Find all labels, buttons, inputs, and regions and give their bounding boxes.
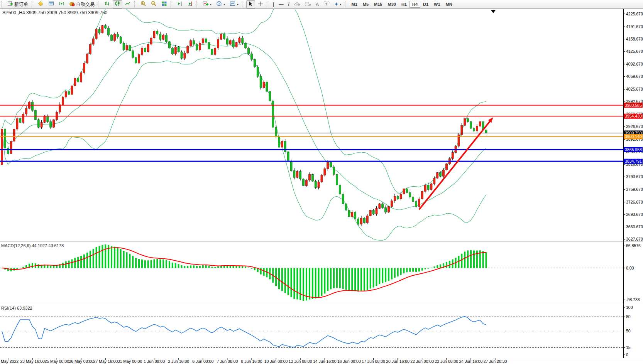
toolbar-grip: [242, 1, 245, 7]
template-icon: [230, 1, 235, 8]
zoom-out-icon: [151, 1, 157, 8]
text-icon: A: [316, 2, 319, 7]
candlestick-chart-button[interactable]: [113, 0, 122, 8]
new-order-label: 新订单: [14, 1, 28, 8]
chevron-down-icon: ▾: [340, 3, 341, 6]
timeframe-m1[interactable]: M1: [349, 1, 360, 8]
algo-trading-button[interactable]: 自动交易: [67, 0, 96, 8]
text-button[interactable]: A: [314, 0, 321, 8]
toolbar-grip: [98, 1, 101, 7]
equidistant-channel-icon: E: [294, 1, 300, 8]
zoom-in-button[interactable]: [139, 0, 148, 8]
market-watch-button[interactable]: [36, 0, 46, 8]
toolbar-grip: [267, 1, 269, 7]
chevron-down-icon: ▾: [237, 3, 239, 6]
cursor-button[interactable]: [246, 0, 255, 8]
cursor-icon: [248, 1, 253, 8]
panel-divider-rsi[interactable]: [0, 302, 623, 305]
time-axis[interactable]: [0, 358, 643, 364]
new-order-icon: [7, 1, 13, 8]
timeframe-h4[interactable]: H4: [409, 1, 420, 8]
fibonacci-icon: F: [305, 1, 311, 8]
navigator-icon: [59, 1, 64, 8]
chart-title: SP500-,H4 3909.750 3909.750 3909.750 390…: [2, 10, 107, 15]
navigator-button[interactable]: [57, 0, 66, 8]
crosshair-icon: [258, 1, 263, 8]
arrows-button[interactable]: ✦ ▾: [332, 0, 343, 8]
arrows-icon: ✦: [334, 2, 338, 7]
algo-trading-icon: [69, 1, 75, 8]
svg-text:T: T: [325, 2, 328, 6]
zoom-out-button[interactable]: [149, 0, 159, 8]
vertical-line-button[interactable]: |: [271, 0, 276, 8]
templates-button[interactable]: ▾: [228, 0, 240, 8]
chart-canvas[interactable]: 4225.6704191.6704158.6704125.6704092.670…: [0, 0, 643, 364]
svg-text:E: E: [298, 4, 300, 7]
data-window-button[interactable]: [46, 0, 56, 8]
main-toolbar: 新订单 自动交易: [0, 0, 643, 9]
toolbar-grip: [345, 1, 348, 7]
panel-divider-macd[interactable]: [0, 239, 623, 242]
candlestick-chart-icon: [115, 1, 120, 8]
rsi-indicator-label: RSI(14) 63.9322: [1, 306, 32, 310]
macd-indicator-label: MACD(12,26,9) 44.1927 43.6178: [1, 243, 64, 248]
toolbar-grip: [32, 1, 34, 7]
timeframe-mn[interactable]: MN: [443, 1, 455, 8]
new-order-button[interactable]: 新订单: [5, 0, 30, 8]
toolbar-grip: [171, 1, 173, 7]
zoom-in-icon: [140, 1, 146, 8]
line-chart-icon: [125, 1, 131, 8]
toolbar-grip: [196, 1, 199, 7]
fibonacci-button[interactable]: F: [303, 0, 313, 8]
timeframe-m15[interactable]: M15: [371, 1, 385, 8]
data-window-icon: [48, 1, 54, 8]
line-chart-button[interactable]: [123, 0, 133, 8]
indicators-icon: [203, 1, 208, 8]
bar-chart-button[interactable]: [102, 0, 112, 8]
indicators-button[interactable]: ▾: [201, 0, 213, 8]
periods-button[interactable]: ▾: [214, 0, 227, 8]
chart-shift-icon: [177, 1, 183, 8]
timeframe-h1[interactable]: H1: [399, 1, 409, 8]
text-label-icon: T: [323, 1, 330, 8]
toolbar-grip: [134, 1, 137, 7]
timeframe-m5[interactable]: M5: [360, 1, 371, 8]
chevron-down-icon: ▾: [210, 3, 212, 6]
tile-windows-button[interactable]: [159, 0, 169, 8]
timeframe-w1[interactable]: W1: [431, 1, 443, 8]
svg-text:F: F: [309, 4, 311, 7]
algo-trading-label: 自动交易: [76, 1, 95, 8]
horizontal-line-button[interactable]: —: [277, 0, 285, 8]
tile-windows-icon: [161, 1, 167, 8]
auto-scroll-icon: [187, 1, 193, 8]
clock-icon: [216, 1, 222, 8]
horizontal-line-icon: —: [279, 2, 283, 7]
auto-scroll-button[interactable]: [185, 0, 195, 8]
timeframe-d1[interactable]: D1: [420, 1, 431, 8]
chevron-down-icon: ▾: [223, 3, 225, 6]
text-label-button[interactable]: T: [322, 0, 332, 8]
vertical-line-icon: |: [273, 2, 274, 7]
price-axis[interactable]: [624, 9, 643, 358]
crosshair-button[interactable]: [256, 0, 265, 8]
equidistant-channel-button[interactable]: E: [292, 0, 302, 8]
chart-shift-button[interactable]: [175, 0, 184, 8]
timeframe-m30[interactable]: M30: [385, 1, 398, 8]
trendline-button[interactable]: /: [286, 0, 291, 8]
market-watch-icon: [38, 1, 44, 8]
bar-chart-icon: [104, 1, 110, 8]
toolbar-grip: [1, 1, 4, 7]
trendline-icon: /: [288, 2, 289, 7]
